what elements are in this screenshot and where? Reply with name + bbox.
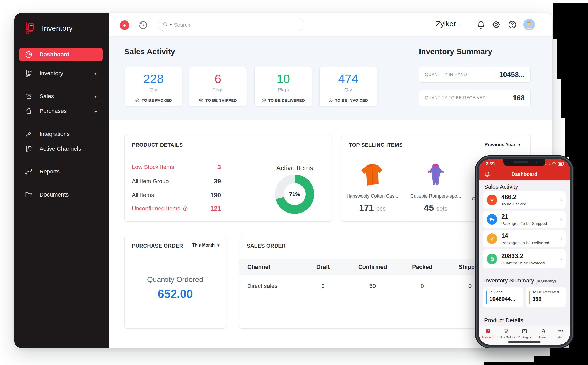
inv-value: 10458...	[499, 71, 525, 79]
edge-artifact	[553, 3, 588, 39]
product-details-card: PRODUCT DETAILS Low Stock Items 3 All It…	[124, 135, 332, 222]
inventory-summary-title: Inventory Summary	[419, 47, 492, 56]
phone-to-be-delivered-card[interactable]: 14 Packages To be Delivered ›	[483, 230, 566, 247]
sidebar-label: Integrations	[40, 131, 70, 138]
chevron-right-icon: ›	[560, 196, 562, 204]
card-title: TOP SELLING ITEMS	[349, 142, 403, 148]
box-label: In Hand	[489, 290, 523, 294]
donut-percent: 71%	[289, 191, 300, 197]
divider	[508, 94, 508, 102]
chevron-right-icon: ›	[560, 235, 562, 242]
chevron-down-icon: ⌄	[460, 21, 463, 26]
phone-to-be-shipped-card[interactable]: 21 Packages To be Shipped ›	[483, 211, 566, 228]
sidebar-item-dashboard[interactable]: Dashboard	[19, 48, 103, 61]
metric-label: TO BE PACKED	[142, 98, 172, 102]
unconfirmed-items-row[interactable]: Unconfirmed Items 121	[132, 205, 221, 212]
product-name: Cutiepie Rompers-spo...	[405, 193, 467, 199]
sales-activity-title: Sales Activity	[124, 47, 175, 56]
row-value: 3	[217, 164, 221, 171]
help-icon[interactable]	[508, 20, 518, 30]
org-switcher[interactable]: Zylker ⌄	[436, 20, 463, 28]
metric-label: TO BE DELIVERED	[268, 98, 305, 102]
search-scope-caret-icon[interactable]: ▾	[170, 23, 172, 27]
cell-confirmed: 50	[346, 283, 399, 290]
home-indicator[interactable]	[508, 341, 541, 343]
add-new-button[interactable]: +	[120, 20, 129, 30]
purchase-order-filter-dropdown[interactable]: This Month ▼	[192, 243, 220, 248]
metric-label: Packages To be Shipped	[501, 221, 547, 226]
metric-value: 20833.2	[501, 253, 545, 260]
column-header: Channel	[239, 264, 300, 270]
sidebar-item-sales[interactable]: Sales ▸	[19, 90, 103, 103]
to-be-delivered-card[interactable]: 10 Pkgs TO BE DELIVERED	[254, 67, 312, 106]
row-label: Unconfirmed Items	[132, 205, 180, 212]
all-items-row[interactable]: All Items 190	[132, 192, 221, 199]
to-be-invoiced-card[interactable]: 474 Qty TO BE INVOICED	[319, 67, 377, 106]
truck-icon	[487, 214, 497, 225]
metric-unit: Pkgs	[255, 87, 312, 93]
sidebar: Inventory Dashboard Inventory	[14, 13, 109, 348]
app-window: Inventory Dashboard Inventory	[14, 13, 552, 348]
settings-gear-icon[interactable]	[491, 20, 501, 30]
product-image-romper	[420, 160, 451, 191]
inv-label: QUANTITY TO BE RECEIVED	[425, 96, 486, 100]
sidebar-label: Active Channels	[40, 145, 81, 152]
info-icon	[183, 206, 188, 211]
column-header: Packed	[399, 264, 446, 270]
top-selling-filter-dropdown[interactable]: Previous Year ▼	[484, 142, 521, 148]
sidebar-item-active-channels[interactable]: Active Channels	[19, 142, 103, 156]
metric-label: Packages To be Delivered	[501, 241, 550, 245]
sidebar-label: Documents	[40, 191, 69, 198]
product-name: Hanswooly Cotton Cas...	[341, 193, 403, 199]
chevron-right-icon: ▸	[95, 109, 97, 114]
row-value: 39	[214, 178, 221, 185]
chevron-right-icon: ▸	[95, 71, 97, 76]
top-selling-item[interactable]: Cutiepie Rompers-spo... 45 sets	[405, 156, 467, 222]
global-search[interactable]: ▾	[158, 19, 304, 31]
user-avatar[interactable]	[523, 19, 535, 30]
row-value: 190	[210, 192, 221, 199]
sidebar-label: Reports	[40, 168, 60, 175]
metric-label: TO BE INVOICED	[335, 98, 368, 102]
dashboard-icon	[25, 51, 33, 58]
top-selling-item[interactable]: Hanswooly Cotton Cas... 171 pcs	[341, 156, 403, 222]
search-input[interactable]	[174, 22, 278, 28]
metric-unit: Pkgs	[189, 87, 247, 93]
metric-value: 14	[501, 232, 550, 239]
sidebar-item-integrations[interactable]: Integrations	[19, 127, 103, 141]
sidebar-item-reports[interactable]: Reports	[19, 165, 103, 178]
nav-dashboard[interactable]: Dashboard	[479, 326, 497, 345]
sales-order-table: Channel Draft Confirmed Packed Shipped D…	[239, 259, 494, 297]
product-unit: pcs	[376, 205, 386, 212]
package-icon	[487, 195, 497, 205]
band-divider	[401, 40, 401, 117]
chevron-right-icon: ›	[560, 216, 562, 223]
phone-page-title: Dashboard	[479, 171, 570, 177]
active-items-donut: 71%	[275, 175, 314, 214]
org-name: Zylker	[436, 20, 456, 28]
notifications-bell-icon[interactable]	[476, 20, 486, 30]
low-stock-items-row[interactable]: Low Stock Items 3	[132, 164, 221, 171]
sidebar-item-inventory[interactable]: Inventory ▸	[19, 67, 103, 80]
table-header-row: Channel Draft Confirmed Packed Shipped	[239, 259, 494, 275]
sidebar-item-documents[interactable]: Documents	[19, 188, 103, 201]
quantity-to-be-received-box: QUANTITY TO BE RECEIVED 168	[419, 90, 531, 106]
phone-product-details-title: Product Details	[484, 317, 523, 324]
sidebar-item-purchases[interactable]: Purchases ▸	[19, 104, 103, 118]
to-be-shipped-card[interactable]: 6 Pkgs TO BE SHIPPED	[189, 67, 247, 106]
recent-history-icon[interactable]	[138, 20, 148, 30]
folder-icon	[25, 191, 33, 199]
metric-label: To be Packed	[501, 202, 527, 206]
phone-to-be-packed-card[interactable]: 466.2 To be Packed ›	[483, 191, 566, 209]
to-be-packed-card[interactable]: 228 Qty TO BE PACKED	[125, 67, 182, 106]
sidebar-label: Sales	[40, 93, 54, 100]
chevron-right-icon: ›	[560, 255, 562, 263]
metric-value: 466.2	[501, 194, 527, 201]
box-value: 356	[532, 296, 566, 302]
chart-icon	[25, 168, 33, 176]
nav-more[interactable]: More	[552, 326, 570, 345]
phone-to-be-invoiced-card[interactable]: 20833.2 Quantity To be Invoiced ›	[483, 249, 566, 268]
dolly-icon	[25, 145, 33, 153]
divider	[494, 70, 494, 79]
all-item-group-row[interactable]: All Item Group 39	[132, 178, 221, 185]
